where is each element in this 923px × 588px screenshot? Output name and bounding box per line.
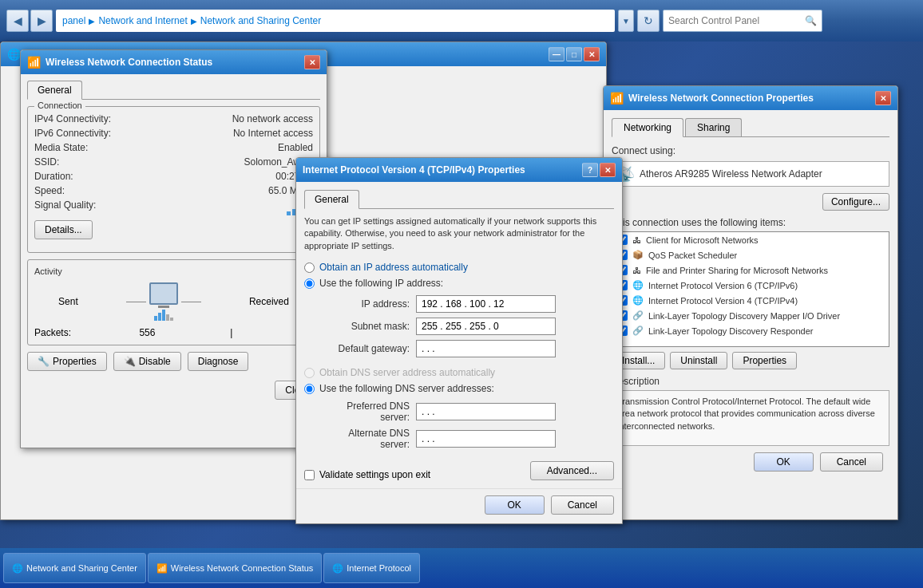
list-item-ipv4[interactable]: 🌐 Internet Protocol Version 4 (TCP/IPv4)	[612, 293, 889, 308]
disable-icon: 🔌	[124, 356, 136, 367]
adapter-name: Atheros AR9285 Wireless Network Adapter	[640, 168, 884, 180]
tcpip-tab-bar: General	[304, 190, 614, 209]
sharing-window-controls: — □ ✕	[549, 47, 600, 61]
breadcrumb-part1[interactable]: panel	[62, 15, 85, 26]
auto-ip-label[interactable]: Obtain an IP address automatically	[319, 262, 468, 273]
list-item-responder[interactable]: 🔗 Link-Layer Topology Discovery Responde…	[612, 323, 889, 338]
validate-label[interactable]: Validate settings upon exit	[319, 469, 430, 480]
taskbar-btn-tcpip[interactable]: 🌐 Internet Protocol	[323, 553, 420, 583]
taskbar-btn-sharing[interactable]: 🌐 Network and Sharing Center	[3, 553, 146, 583]
netprop-titlebar: 📶 Wireless Network Connection Properties…	[604, 86, 897, 110]
use-dns-row: Use the following DNS server addresses:	[304, 383, 614, 394]
tcpip-ok-button[interactable]: OK	[485, 495, 545, 515]
configure-button[interactable]: Configure...	[822, 193, 889, 211]
details-button[interactable]: Details...	[34, 220, 93, 239]
search-input[interactable]	[668, 15, 802, 26]
use-dns-radio[interactable]	[304, 384, 315, 394]
packets-row: Packets: 556 | 0	[34, 327, 313, 338]
activity-line-left	[126, 302, 146, 302]
dns-radio-group: Obtain DNS server address automatically …	[304, 367, 614, 394]
disable-button[interactable]: 🔌 Disable	[113, 352, 181, 371]
alternate-dns-label: Alternate DNS server:	[320, 428, 416, 450]
ipv6-label: IPv6 Connectivity:	[34, 128, 111, 139]
forward-button[interactable]: ▶	[30, 10, 53, 32]
advanced-button[interactable]: Advanced...	[530, 461, 614, 480]
connection-group: Connection IPv4 Connectivity: No network…	[27, 106, 320, 253]
list-item-client[interactable]: 🖧 Client for Microsoft Networks	[612, 232, 889, 247]
search-box[interactable]: 🔍	[663, 10, 822, 32]
use-dns-label[interactable]: Use the following DNS server addresses:	[319, 383, 494, 394]
auto-dns-radio[interactable]	[304, 368, 315, 378]
subnet-row: Subnet mask: 255 . 255 . 255 . 0	[320, 318, 614, 335]
address-dropdown[interactable]: ▼	[618, 10, 634, 32]
breadcrumb-part3[interactable]: Network and Sharing Center	[200, 15, 321, 26]
auto-ip-radio[interactable]	[304, 262, 315, 273]
netprop-title-icon: 📶	[610, 92, 624, 105]
validate-checkbox[interactable]	[304, 470, 315, 480]
tab-networking[interactable]: Networking	[612, 118, 683, 137]
list-label-client: Client for Microsoft Networks	[646, 235, 759, 245]
sharing-close-button[interactable]: ✕	[584, 47, 600, 61]
status-close-x-button[interactable]: ✕	[304, 55, 320, 69]
status-content: General Connection IPv4 Connectivity: No…	[21, 74, 327, 409]
top-navigation-bar: ◀ ▶ panel ▶ Network and Internet ▶ Netwo…	[0, 0, 923, 41]
list-item-mapper[interactable]: 🔗 Link-Layer Topology Discovery Mapper I…	[612, 308, 889, 323]
breadcrumb-sep1: ▶	[89, 17, 95, 26]
netprop-ok-button[interactable]: OK	[754, 452, 814, 472]
tab-general[interactable]: General	[27, 81, 82, 100]
netprop-tab-bar: Networking Sharing	[612, 118, 889, 137]
diagnose-button[interactable]: Diagnose	[188, 352, 249, 371]
tcpip-close-button[interactable]: ✕	[600, 163, 616, 177]
uninstall-button[interactable]: Uninstall	[670, 352, 727, 369]
dns-section: Obtain DNS server address automatically …	[304, 367, 614, 450]
tcpip-tab-general[interactable]: General	[304, 190, 359, 209]
list-label-ipv4: Internet Protocol Version 4 (TCP/IPv4)	[648, 296, 798, 306]
subnet-input[interactable]: 255 . 255 . 255 . 0	[416, 318, 556, 335]
list-item-fileshare[interactable]: 🖧 File and Printer Sharing for Microsoft…	[612, 262, 889, 278]
netprop-cancel-button[interactable]: Cancel	[820, 452, 883, 472]
list-icon-fileshare: 🖧	[632, 266, 641, 275]
media-value: Enabled	[278, 142, 313, 153]
activity-bars	[154, 310, 173, 321]
details-btn-row: Details...	[34, 220, 313, 239]
tcpip-dialog: Internet Protocol Version 4 (TCP/IPv4) P…	[295, 157, 623, 524]
ip-address-input[interactable]: 192 . 168 . 100 . 12	[416, 295, 556, 313]
netprop-window-controls: ✕	[875, 91, 891, 105]
list-item-qos[interactable]: 📦 QoS Packet Scheduler	[612, 247, 889, 262]
taskbar-btn-status[interactable]: 📶 Wireless Network Connection Status	[148, 553, 323, 583]
list-item-ipv6[interactable]: 🌐 Internet Protocol Version 6 (TCP/IPv6)	[612, 278, 889, 293]
netprop-close-button[interactable]: ✕	[875, 91, 891, 105]
status-title-text: Wireless Network Connection Status	[46, 57, 299, 68]
auto-ip-row: Obtain an IP address automatically	[304, 262, 614, 273]
list-icon-ipv4: 🌐	[632, 295, 644, 306]
preferred-dns-input[interactable]: . . .	[416, 403, 556, 420]
use-ip-label[interactable]: Use the following IP address:	[319, 278, 443, 289]
tab-sharing[interactable]: Sharing	[685, 118, 742, 136]
tcpip-cancel-button[interactable]: Cancel	[551, 495, 614, 515]
netprop-properties-button[interactable]: Properties	[732, 352, 797, 369]
alternate-dns-input[interactable]: . . .	[416, 430, 556, 448]
ssid-row: SSID: Solomon_Awind	[34, 156, 313, 168]
gateway-input[interactable]: . . .	[416, 340, 556, 357]
use-ip-radio[interactable]	[304, 278, 315, 289]
sharing-maximize-button[interactable]: □	[566, 47, 582, 61]
main-btn-row: 🔧 Properties 🔌 Disable Diagnose	[27, 352, 320, 371]
ipv4-value: No network access	[232, 113, 313, 124]
tcpip-help-button[interactable]: ?	[582, 163, 598, 177]
sharing-title-icon: 🌐	[7, 48, 21, 61]
back-button[interactable]: ◀	[6, 10, 29, 32]
duration-label: Duration:	[34, 171, 73, 182]
sharing-minimize-button[interactable]: —	[549, 47, 564, 61]
properties-button[interactable]: 🔧 Properties	[27, 352, 107, 371]
tcpip-title-text: Internet Protocol Version 4 (TCP/IPv4) P…	[303, 164, 577, 176]
breadcrumb-part2[interactable]: Network and Internet	[98, 15, 187, 26]
list-icon-mapper: 🔗	[632, 310, 644, 321]
properties-icon: 🔧	[38, 356, 50, 367]
status-window: 📶 Wireless Network Connection Status ✕ G…	[20, 49, 327, 448]
received-label: Received	[249, 296, 289, 307]
ip-radio-group: Obtain an IP address automatically Use t…	[304, 262, 614, 289]
refresh-button[interactable]: ↻	[637, 10, 660, 32]
list-label-responder: Link-Layer Topology Discovery Responder	[648, 326, 813, 336]
list-label-qos: QoS Packet Scheduler	[648, 251, 737, 260]
breadcrumb-sep2: ▶	[191, 17, 197, 26]
